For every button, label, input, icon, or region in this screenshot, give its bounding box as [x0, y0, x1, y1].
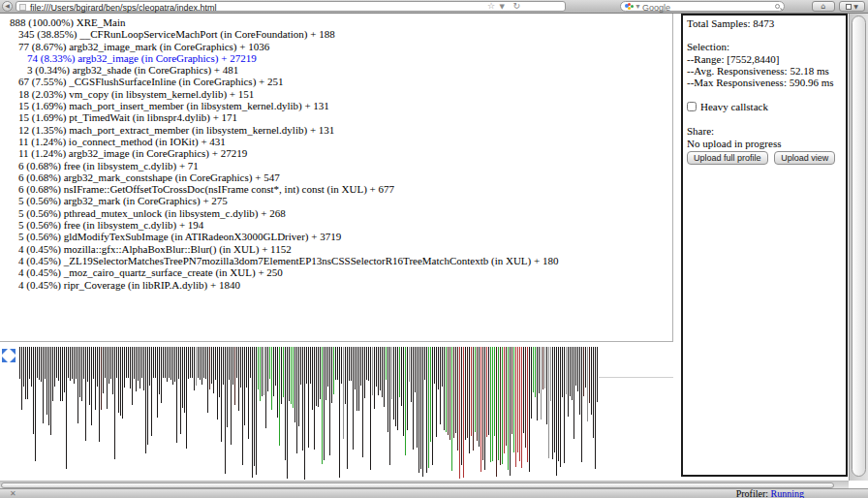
histogram-bar[interactable]: [360, 347, 361, 386]
histogram-bar[interactable]: [420, 347, 421, 469]
histogram-bar[interactable]: [254, 347, 255, 466]
histogram-bar[interactable]: [395, 347, 396, 426]
histogram-bar[interactable]: [475, 347, 476, 432]
horizontal-scrollbar[interactable]: [0, 481, 849, 488]
histogram-bar[interactable]: [72, 347, 73, 379]
tree-row[interactable]: 4 (0.45%) _ZL19SelectorMatchesTreePN7moz…: [0, 255, 672, 266]
tree-row[interactable]: 11 (1.24%) argb32_image (in CoreGraphics…: [0, 147, 672, 159]
histogram-bar[interactable]: [134, 347, 135, 379]
histogram-bar[interactable]: [147, 347, 148, 445]
histogram-bar[interactable]: [153, 347, 154, 378]
histogram-bar[interactable]: [331, 347, 332, 403]
tree-row[interactable]: 12 (1.35%) mach_port_extract_member (in …: [0, 124, 672, 136]
histogram-bar[interactable]: [568, 347, 569, 417]
tree-row[interactable]: 5 (0.56%) pthread_mutex_unlock (in libsy…: [0, 207, 672, 219]
histogram-bar[interactable]: [386, 347, 387, 380]
histogram-bar[interactable]: [570, 347, 571, 396]
tree-row[interactable]: 4 (0.45%) ripr_Coverage (in libRIP.A.dyl…: [0, 279, 672, 291]
histogram-bar[interactable]: [138, 347, 139, 381]
histogram-bar[interactable]: [188, 347, 189, 379]
histogram-bar[interactable]: [422, 347, 423, 477]
url-bar[interactable]: file:///Users/bgirard/ben/sps/cleopatra/…: [16, 1, 566, 12]
histogram-bar[interactable]: [256, 347, 257, 475]
histogram-bar[interactable]: [533, 347, 534, 392]
histogram-bar[interactable]: [205, 347, 206, 379]
histogram-bar[interactable]: [374, 347, 375, 409]
histogram-bar[interactable]: [172, 347, 173, 385]
home-button[interactable]: ⌂: [812, 1, 835, 12]
histogram-bar[interactable]: [279, 347, 280, 446]
histogram-bar[interactable]: [114, 347, 115, 459]
histogram-bar[interactable]: [149, 347, 150, 386]
histogram-bar[interactable]: [19, 347, 20, 379]
histogram-bar[interactable]: [531, 347, 532, 419]
histogram-bar[interactable]: [463, 347, 464, 478]
sample-histogram[interactable]: [19, 347, 599, 482]
histogram-bar[interactable]: [271, 347, 272, 410]
histogram-bar[interactable]: [60, 347, 61, 401]
histogram-bar[interactable]: [409, 347, 410, 382]
histogram-bar[interactable]: [418, 347, 419, 473]
histogram-bar[interactable]: [428, 347, 429, 468]
histogram-bar[interactable]: [140, 347, 140, 389]
histogram-bar[interactable]: [240, 347, 241, 388]
histogram-bar[interactable]: [564, 347, 565, 463]
histogram-bar[interactable]: [91, 347, 92, 425]
histogram-bar[interactable]: [461, 347, 462, 465]
histogram-bar[interactable]: [151, 347, 152, 436]
histogram-bar[interactable]: [287, 347, 288, 479]
histogram-bar[interactable]: [479, 347, 480, 447]
histogram-bar[interactable]: [64, 347, 65, 392]
histogram-bar[interactable]: [78, 347, 78, 423]
histogram-bar[interactable]: [316, 347, 317, 406]
histogram-bar[interactable]: [21, 347, 22, 410]
histogram-bar[interactable]: [192, 347, 193, 378]
vertical-scrollbar[interactable]: [849, 14, 868, 481]
histogram-bar[interactable]: [29, 347, 30, 379]
histogram-bar[interactable]: [194, 347, 195, 390]
histogram-bar[interactable]: [213, 347, 214, 393]
histogram-bar[interactable]: [320, 347, 321, 399]
histogram-bar[interactable]: [304, 347, 305, 480]
histogram-bar[interactable]: [203, 347, 204, 378]
histogram-bar[interactable]: [407, 347, 408, 430]
histogram-bar[interactable]: [229, 347, 230, 380]
histogram-bar[interactable]: [132, 347, 133, 405]
histogram-bar[interactable]: [517, 347, 518, 452]
histogram-bar[interactable]: [312, 347, 313, 410]
tree-row[interactable]: 74 (8.33%) argb32_image (in CoreGraphics…: [0, 52, 672, 64]
histogram-bar[interactable]: [25, 347, 26, 399]
histogram-bar[interactable]: [355, 347, 356, 389]
histogram-bar[interactable]: [54, 347, 55, 387]
histogram-bar[interactable]: [424, 347, 425, 380]
histogram-bar[interactable]: [120, 347, 121, 416]
histogram-bar[interactable]: [186, 347, 187, 449]
histogram-bar[interactable]: [492, 347, 493, 461]
histogram-bar[interactable]: [97, 347, 98, 387]
histogram-bar[interactable]: [234, 347, 235, 405]
histogram-bar[interactable]: [382, 347, 383, 397]
histogram-bar[interactable]: [258, 347, 259, 389]
histogram-bar[interactable]: [496, 347, 497, 477]
bookmark-star-icon[interactable]: ☆: [487, 1, 495, 11]
histogram-bar[interactable]: [37, 347, 38, 378]
histogram-bar[interactable]: [583, 347, 584, 396]
histogram-bar[interactable]: [310, 347, 311, 384]
histogram-bar[interactable]: [529, 347, 530, 472]
histogram-bar[interactable]: [595, 347, 596, 469]
histogram-bar[interactable]: [523, 347, 524, 433]
histogram-bar[interactable]: [436, 347, 437, 437]
histogram-bar[interactable]: [353, 347, 354, 450]
histogram-bar[interactable]: [227, 347, 228, 427]
histogram-bar[interactable]: [465, 347, 466, 440]
histogram-bar[interactable]: [581, 347, 582, 462]
histogram-bar[interactable]: [79, 347, 80, 397]
histogram-bar[interactable]: [35, 347, 36, 461]
histogram-bar[interactable]: [372, 347, 373, 395]
histogram-bar[interactable]: [333, 347, 334, 394]
histogram-bar[interactable]: [58, 347, 59, 381]
histogram-bar[interactable]: [502, 347, 503, 464]
histogram-bar[interactable]: [411, 347, 412, 402]
histogram-bar[interactable]: [108, 347, 109, 384]
histogram-bar[interactable]: [370, 347, 371, 470]
